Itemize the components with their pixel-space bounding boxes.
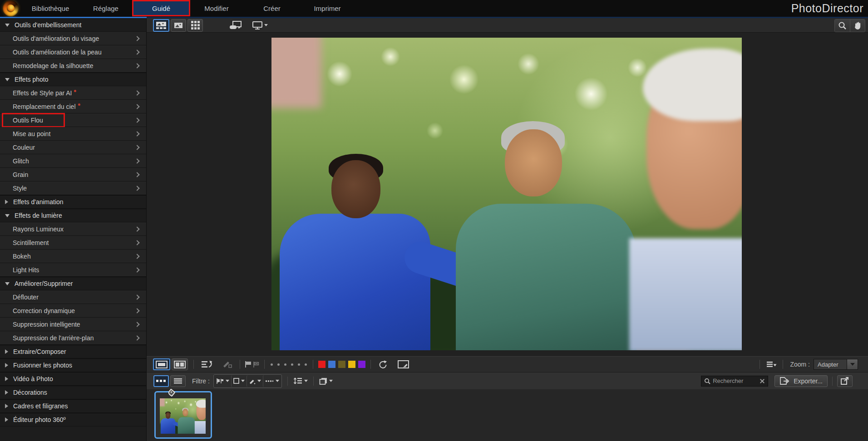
filter-rating-button[interactable] xyxy=(263,375,281,387)
sidebar-item-outils-d-amelioration-de-la-peau[interactable]: Outils d'amélioration de la peau xyxy=(0,45,146,59)
filter-flags-button[interactable] xyxy=(214,375,231,387)
sidebar-item-couleur[interactable]: Couleur xyxy=(0,141,146,154)
sidebar-item-label: Mise au point xyxy=(13,130,50,137)
grid-view-button[interactable] xyxy=(187,19,203,32)
color-label-swatch-5[interactable] xyxy=(358,361,365,368)
single-view-button[interactable] xyxy=(153,358,170,370)
expand-triangle-icon[interactable] xyxy=(5,377,8,381)
sidebar-item-outils-d-amelioration-du-visage[interactable]: Outils d'amélioration du visage xyxy=(0,32,146,45)
crop-canvas-button[interactable] xyxy=(395,358,411,370)
sidebar-item-remodelage-de-la-silhouette[interactable]: Remodelage de la silhouette xyxy=(0,59,146,73)
tab-modifier[interactable]: Modifier xyxy=(189,1,244,15)
browser-view-button[interactable] xyxy=(153,19,169,32)
sidebar-item-style[interactable]: Style xyxy=(0,181,146,195)
rating-dot[interactable] xyxy=(305,363,307,366)
rating-dot[interactable] xyxy=(298,363,300,366)
expand-triangle-icon[interactable] xyxy=(5,404,8,408)
tab-imprimer[interactable]: Imprimer xyxy=(300,1,355,15)
divider xyxy=(760,360,760,369)
thumbnail-image xyxy=(160,398,206,434)
rating-dot[interactable] xyxy=(271,363,273,366)
sidebar-item-suppression-intelligente[interactable]: Suppression intelligente xyxy=(0,318,146,331)
expand-triangle-icon[interactable] xyxy=(5,390,8,395)
compare-view-button[interactable] xyxy=(227,19,244,32)
edit-brush-button[interactable] xyxy=(220,358,235,370)
expand-triangle-icon[interactable] xyxy=(5,349,8,354)
zoom-tool-button[interactable] xyxy=(835,20,850,32)
divider xyxy=(370,360,371,369)
sort-menu-button[interactable] xyxy=(764,358,779,370)
viewer-only-button[interactable] xyxy=(171,19,186,32)
sidebar-item-effets-d-animation[interactable]: Effets d'animation xyxy=(0,195,146,209)
sidebar-item-glitch[interactable]: Glitch xyxy=(0,154,146,168)
color-label-swatch-3[interactable] xyxy=(338,361,345,368)
sidebar-item-deflouter[interactable]: Déflouter xyxy=(0,290,146,304)
split-view-button[interactable] xyxy=(172,358,188,370)
rating-dot[interactable] xyxy=(291,363,293,366)
flag-pick-icon[interactable] xyxy=(245,361,252,368)
sidebar-item-video-a-photo[interactable]: Vidéo à Photo xyxy=(0,372,146,386)
sidebar-item-grain[interactable]: Grain xyxy=(0,168,146,181)
sidebar-item-outils-flou[interactable]: Outils Flou xyxy=(0,113,146,127)
sidebar-item-label: Couleur xyxy=(13,144,35,151)
sidebar-item-effets-de-style-par-ai[interactable]: Effets de Style par AI xyxy=(0,86,146,100)
chevron-down-icon xyxy=(226,380,229,382)
sidebar-item-editeur-photo-360[interactable]: Éditeur photo 360º xyxy=(0,413,146,426)
list-view-button[interactable] xyxy=(170,375,186,387)
sidebar-item-ameliorer-supprimer[interactable]: Améliorer/Supprimer xyxy=(0,277,146,290)
tab-reglage[interactable]: Réglage xyxy=(78,1,133,15)
zoom-fit-dropdown[interactable]: Adapter xyxy=(814,359,858,370)
expand-triangle-icon[interactable] xyxy=(5,200,8,204)
tab-bibliotheque[interactable]: Bibliothèque xyxy=(23,1,78,15)
sidebar-item-outils-d-embellissement[interactable]: Outils d'embellissement xyxy=(0,18,146,32)
sidebar-item-scintillement[interactable]: Scintillement xyxy=(0,236,146,250)
collapse-triangle-icon[interactable] xyxy=(5,24,10,27)
sidebar-item-label: Remplacement du ciel xyxy=(13,103,76,110)
tab-guide[interactable]: Guidé xyxy=(133,1,189,15)
color-label-swatch-4[interactable] xyxy=(348,361,355,368)
collapse-triangle-icon[interactable] xyxy=(5,214,10,217)
sidebar-item-bokeh[interactable]: Bokeh xyxy=(0,250,146,263)
export-label: Exporter... xyxy=(794,377,823,385)
rotate-left-button[interactable] xyxy=(375,358,391,370)
dual-monitor-button[interactable] xyxy=(251,19,270,32)
sidebar-item-effets-photo[interactable]: Effets photo xyxy=(0,73,146,86)
adjustment-history-button[interactable] xyxy=(199,358,215,370)
sidebar-item-decorations[interactable]: Décorations xyxy=(0,386,146,399)
sidebar-item-correction-dynamique[interactable]: Correction dynamique xyxy=(0,304,146,318)
export-button[interactable]: Exporter... xyxy=(774,375,828,387)
sidebar-item-label: Effets de lumière xyxy=(15,212,62,219)
expand-triangle-icon[interactable] xyxy=(5,363,8,368)
dropdown-arrow-button[interactable] xyxy=(847,359,858,369)
filter-color-label-button[interactable] xyxy=(231,375,247,387)
sidebar-item-rayons-lumineux[interactable]: Rayons Lumineux xyxy=(0,222,146,236)
pan-hand-tool-button[interactable] xyxy=(850,20,865,32)
collapse-triangle-icon[interactable] xyxy=(5,78,10,81)
tab-creer[interactable]: Créer xyxy=(244,1,300,15)
open-new-window-button[interactable] xyxy=(837,375,853,387)
sidebar-item-suppression-de-l-arriere-plan[interactable]: Suppression de l'arrière-plan xyxy=(0,331,146,345)
flag-reject-icon[interactable] xyxy=(253,361,260,368)
color-label-swatch-2[interactable] xyxy=(328,361,335,368)
collapse-triangle-icon[interactable] xyxy=(5,282,10,285)
sort-order-button[interactable] xyxy=(291,375,310,387)
sidebar-item-extraire-composer[interactable]: Extraire/Composer xyxy=(0,345,146,358)
rating-dot[interactable] xyxy=(277,363,280,366)
sidebar-item-cadres-et-filigranes[interactable]: Cadres et filigranes xyxy=(0,399,146,413)
sidebar-item-label: Effets photo xyxy=(15,76,48,83)
sidebar-item-fusionner-les-photos[interactable]: Fusionner les photos xyxy=(0,358,146,372)
color-label-swatch-1[interactable] xyxy=(318,361,326,368)
photo-thumbnail-selected[interactable] xyxy=(154,391,212,439)
sidebar-item-mise-au-point[interactable]: Mise au point xyxy=(0,127,146,141)
sidebar-item-remplacement-du-ciel[interactable]: Remplacement du ciel xyxy=(0,100,146,113)
expand-triangle-icon[interactable] xyxy=(5,417,8,422)
stack-photos-button[interactable] xyxy=(317,375,335,387)
filter-edited-button[interactable] xyxy=(247,375,263,387)
sidebar-item-light-hits[interactable]: Light Hits xyxy=(0,263,146,277)
thumbnail-view-button[interactable] xyxy=(153,375,169,387)
search-input[interactable] xyxy=(713,377,760,384)
clear-search-icon[interactable] xyxy=(760,378,765,384)
rating-dot[interactable] xyxy=(284,363,286,366)
sidebar-item-effets-de-lumiere[interactable]: Effets de lumière xyxy=(0,209,146,222)
sidebar-item-label: Fusionner les photos xyxy=(13,362,72,369)
